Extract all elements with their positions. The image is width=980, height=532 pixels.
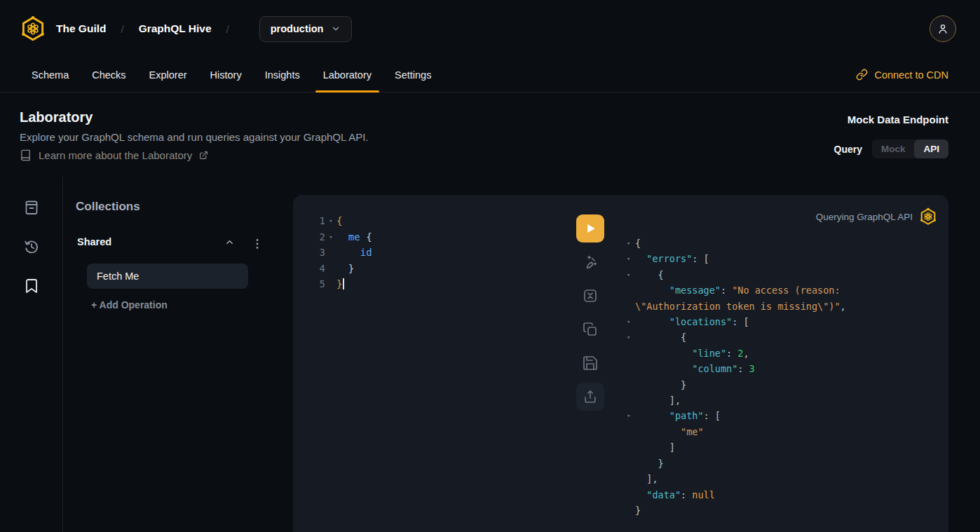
code-line: ], [625,471,846,486]
history-icon[interactable] [23,238,40,255]
docs-icon[interactable] [23,199,40,216]
save-operation-icon[interactable] [582,355,599,371]
fold-arrow-icon[interactable]: ▾ [325,229,336,245]
add-operation-button[interactable]: + Add Operation [91,299,168,311]
code-text: "errors": [ [635,251,709,266]
fold-gutter [625,439,635,455]
chevron-down-icon [331,24,341,34]
tab-settings[interactable]: Settings [387,57,439,92]
fold-arrow-icon[interactable]: ▾ [625,329,635,345]
graphiql-editor-panel: 1▾{2▾ me {3 id4 }5} [293,195,948,532]
fold-arrow-icon[interactable]: ▾ [625,236,635,251]
code-text: { [336,213,342,229]
code-text: { [635,329,686,345]
book-icon [20,149,32,161]
code-text: } [336,261,354,277]
fold-gutter [625,503,635,518]
response-status: Querying GraphQL API [816,207,937,226]
fold-gutter [625,377,635,393]
learn-more-link[interactable]: Learn more about the Laboratory [20,149,208,161]
code-line: "data": null [625,487,846,503]
fold-gutter [625,456,635,471]
code-line: 3 id [310,245,372,261]
code-text: ], [635,393,681,408]
code-line: ] [625,439,846,455]
code-line: 2▾ me { [310,229,372,245]
fold-gutter [625,346,635,361]
fold-arrow-icon[interactable]: ▾ [625,408,635,423]
fold-arrow-icon[interactable]: ▾ [625,251,635,266]
tab-history[interactable]: History [203,57,250,92]
breadcrumb-separator: / [121,23,123,35]
fold-gutter [625,393,635,408]
endpoint-option-api[interactable]: API [914,139,948,158]
code-text: ] [635,439,675,455]
tab-checks[interactable]: Checks [84,57,133,92]
tab-insights[interactable]: Insights [257,57,308,92]
collection-group-label: Shared [77,236,111,247]
collection-menu-icon[interactable] [252,238,262,250]
chevron-up-icon[interactable] [224,237,235,247]
code-line: 1▾{ [310,213,372,229]
tab-schema[interactable]: Schema [24,57,76,92]
app-root: { "header": { "org": "The Guild", "proje… [0,0,980,532]
line-number: 3 [310,245,325,261]
code-text: id [336,245,372,261]
target-selector-button[interactable]: production [259,16,353,42]
line-number: 4 [310,261,325,277]
fold-gutter [625,361,635,376]
fold-gutter [625,282,635,298]
breadcrumb-separator: / [226,23,229,35]
code-line: } [625,456,846,471]
code-line: ▾ { [625,329,846,345]
share-operation-button[interactable] [576,383,604,411]
collection-group-shared[interactable]: Shared [77,236,235,247]
breadcrumb-org[interactable]: The Guild [56,22,106,35]
tab-explorer[interactable]: Explorer [142,57,195,92]
query-editor[interactable]: 1▾{2▾ me {3 id4 }5} [310,213,372,292]
fold-arrow-icon[interactable]: ▾ [625,314,635,329]
fold-arrow-icon[interactable]: ▾ [625,267,635,282]
user-icon [937,22,949,35]
line-number: 1 [310,213,325,229]
bookmark-icon[interactable] [23,278,40,294]
mock-endpoint-title: Mock Data Endpoint [848,114,948,125]
code-line: "message": "No access (reason: [625,282,846,298]
fold-gutter [625,299,635,314]
connect-to-cdn-label: Connect to CDN [874,69,948,81]
breadcrumb-project[interactable]: GraphQL Hive [139,22,212,35]
hive-logo-icon[interactable] [20,15,46,42]
code-text: "path": [ [635,408,721,423]
fold-arrow-icon[interactable]: ▾ [325,213,336,229]
external-link-icon [199,151,208,160]
code-text: } [635,377,686,393]
code-line: "column": 3 [625,361,846,376]
line-number: 2 [310,229,325,245]
response-viewer: ▾{▾ "errors": [▾ { "message": "No access… [625,236,846,518]
prettify-icon[interactable] [582,254,599,271]
execute-query-button[interactable] [576,214,604,243]
endpoint-toggle-row: Query MockAPI [834,139,949,158]
fold-gutter [625,487,635,503]
code-line: ▾{ [625,236,846,251]
merge-fragments-icon[interactable] [582,287,599,304]
code-text: "column": 3 [635,361,755,376]
operations-list: Fetch Me [87,264,248,289]
code-text: { [635,267,664,282]
user-avatar[interactable] [930,15,956,42]
code-text: "locations": [ [635,314,749,329]
editor-toolbar [576,214,604,411]
connect-to-cdn-button[interactable]: Connect to CDN [856,57,948,92]
hive-logo-icon [919,207,937,226]
fold-gutter [625,424,635,439]
endpoint-toggle-label: Query [834,144,862,155]
code-line: \"Authorization token is missing\")", [625,299,846,314]
code-line: ▾ "locations": [ [625,314,846,329]
code-text: ], [635,471,658,486]
endpoint-option-mock[interactable]: Mock [872,139,915,158]
code-line: ▾ "errors": [ [625,251,846,266]
code-text: me { [336,229,372,245]
operation-item[interactable]: Fetch Me [87,264,248,289]
tab-laboratory[interactable]: Laboratory [315,57,379,92]
copy-query-icon[interactable] [582,321,599,338]
